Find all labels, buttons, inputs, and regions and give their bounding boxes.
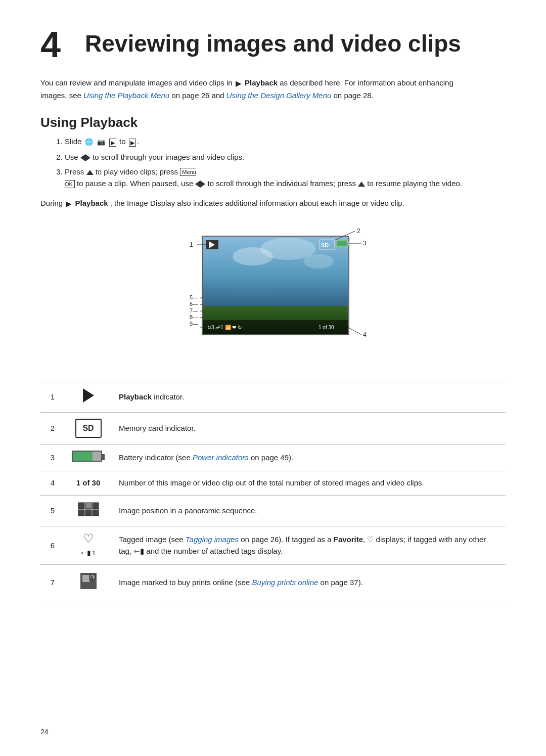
battery-icon: [72, 451, 105, 462]
row3-num: 3: [40, 444, 65, 471]
row4-icon: 1 of 30: [65, 471, 112, 496]
svg-rect-10: [336, 240, 347, 247]
panorama-icon: [77, 502, 100, 517]
row2-desc: Memory card indicator.: [112, 412, 506, 444]
chapter-number: 4: [40, 26, 71, 63]
svg-text:$: $: [90, 575, 93, 581]
favorite-bold: Favorite: [334, 535, 363, 544]
row7-desc: Image marked to buy prints online (see B…: [112, 565, 506, 601]
svg-text:9—: 9—: [190, 321, 198, 327]
svg-text:2: 2: [357, 228, 360, 235]
row1-bold: Playback: [119, 392, 152, 401]
svg-text:↻3 ☍1 📶 ❤ ↻: ↻3 ☍1 📶 ❤ ↻: [207, 324, 242, 331]
row3-desc: Battery indicator (see Power indicators …: [112, 444, 506, 471]
print-icon: $: [78, 571, 99, 591]
camera-diagram-svg: SD ↻3 ☍1 📶 ❤ ↻ 1 of 30 1— 2 3 4 5— 6— 7—…: [152, 221, 394, 368]
right-arrow-icon: [85, 154, 90, 161]
sd-badge-icon: SD: [75, 419, 102, 438]
svg-text:8—: 8—: [190, 314, 198, 320]
scene-icon: 📷: [97, 137, 105, 147]
intro-text3: on page 26 and: [171, 91, 226, 100]
info-table: 1 Playback indicator. 2 SD Memory card i…: [40, 382, 506, 601]
svg-rect-37: [85, 510, 92, 516]
row7-num: 7: [40, 565, 65, 601]
link-design-gallery[interactable]: Using the Design Gallery Menu: [226, 91, 332, 100]
svg-text:7—: 7—: [190, 307, 198, 314]
svg-text:4: 4: [363, 331, 367, 338]
menu-ok-icon: MenuOK: [65, 168, 196, 188]
row1-num: 1: [40, 382, 65, 413]
table-row-2: 2 SD Memory card indicator.: [40, 412, 506, 444]
during-text1: During: [40, 199, 65, 207]
right-arrow-icon2: [200, 181, 205, 188]
svg-rect-34: [85, 503, 92, 509]
play-icon-step: ▶: [109, 136, 116, 148]
step-2: Use to scroll through your images and vi…: [65, 151, 506, 163]
row2-icon: SD: [65, 412, 112, 444]
row5-icon: [65, 495, 112, 526]
svg-rect-40: [82, 575, 89, 582]
intro-text1: You can review and manipulate images and…: [40, 78, 235, 87]
row6-icon: ♡ ⇽▮ 1: [65, 526, 112, 565]
row1-icon: [65, 382, 112, 413]
table-row-3: 3 Battery indicator (see Power indicator…: [40, 444, 506, 471]
svg-point-5: [303, 254, 334, 269]
svg-rect-33: [78, 503, 84, 509]
during-text2: , the Image Display also indicates addit…: [110, 199, 404, 207]
row3-icon: [65, 444, 112, 471]
up-arrow-icon2: [358, 182, 365, 187]
svg-rect-35: [93, 503, 99, 509]
link-buying-prints[interactable]: Buying prints online: [252, 578, 318, 587]
row2-num: 2: [40, 412, 65, 444]
svg-rect-36: [78, 510, 84, 516]
during-playback-bold: Playback: [75, 199, 108, 207]
diagram-area: SD ↻3 ☍1 📶 ❤ ↻ 1 of 30 1— 2 3 4 5— 6— 7—…: [40, 221, 506, 368]
row6-num: 6: [40, 526, 65, 565]
left-arrow-icon: [80, 154, 85, 161]
playback-icon-during: ▶: [66, 198, 72, 210]
svg-text:SD: SD: [321, 242, 329, 248]
section-title: Using Playback: [40, 115, 506, 130]
step-1: Slide 🌐 📷 ▶ to ▶ .: [65, 136, 506, 148]
playback-icon-inline: ▶: [236, 77, 242, 90]
svg-rect-38: [93, 510, 99, 516]
link-playback-menu[interactable]: Using the Playback Menu: [83, 91, 169, 100]
row4-desc: Number of this image or video clip out o…: [112, 471, 506, 496]
chapter-title: Reviewing images and video clips: [85, 30, 461, 57]
table-row-7: 7 $ Image marked to buy prints online (s…: [40, 565, 506, 601]
svg-text:5—: 5—: [190, 294, 198, 300]
row5-num: 5: [40, 495, 65, 526]
playback-triangle-icon: [83, 388, 94, 403]
row1-desc: Playback indicator.: [112, 382, 506, 413]
play-icon-dest: ▶: [129, 136, 136, 148]
row5-desc: Image position in a panoramic sequence.: [112, 495, 506, 526]
chapter-header: 4 Reviewing images and video clips: [40, 30, 506, 63]
heart-icon: ♡: [83, 532, 94, 545]
table-row-5: 5 Image position in a panoramic sequence…: [40, 495, 506, 526]
svg-text:1 of 30: 1 of 30: [318, 325, 334, 330]
row4-num: 4: [40, 471, 65, 496]
table-row-4: 4 1 of 30 Number of this image or video …: [40, 471, 506, 496]
one-of-30-label: 1 of 30: [76, 478, 101, 487]
battery-body: [72, 451, 102, 462]
table-row-1: 1 Playback indicator.: [40, 382, 506, 413]
link-power-indicators[interactable]: Power indicators: [193, 453, 249, 462]
left-arrow-icon2: [195, 181, 200, 188]
battery-tip: [102, 454, 105, 460]
tag-with-count: ⇽▮ 1: [81, 548, 96, 558]
intro-paragraph: You can review and manipulate images and…: [40, 77, 475, 102]
table-row-6: 6 ♡ ⇽▮ 1 Tagged image (see Tagging image…: [40, 526, 506, 565]
row6-desc: Tagged image (see Tagging images on page…: [112, 526, 506, 565]
svg-text:6—: 6—: [190, 301, 198, 307]
steps-list: Slide 🌐 📷 ▶ to ▶ . Use to scroll through…: [65, 136, 506, 189]
up-arrow-icon: [86, 170, 94, 175]
svg-text:3: 3: [363, 240, 367, 247]
link-tagging-images[interactable]: Tagging images: [186, 535, 239, 544]
svg-line-21: [348, 327, 361, 335]
svg-text:1—: 1—: [190, 241, 199, 248]
step-3: Press to play video clips; press MenuOK …: [65, 166, 506, 190]
camera-icon: 🌐: [85, 137, 93, 147]
intro-playback-bold: Playback: [245, 78, 278, 87]
row7-icon: $: [65, 565, 112, 601]
during-paragraph: During ▶ Playback , the Image Display al…: [40, 197, 475, 210]
